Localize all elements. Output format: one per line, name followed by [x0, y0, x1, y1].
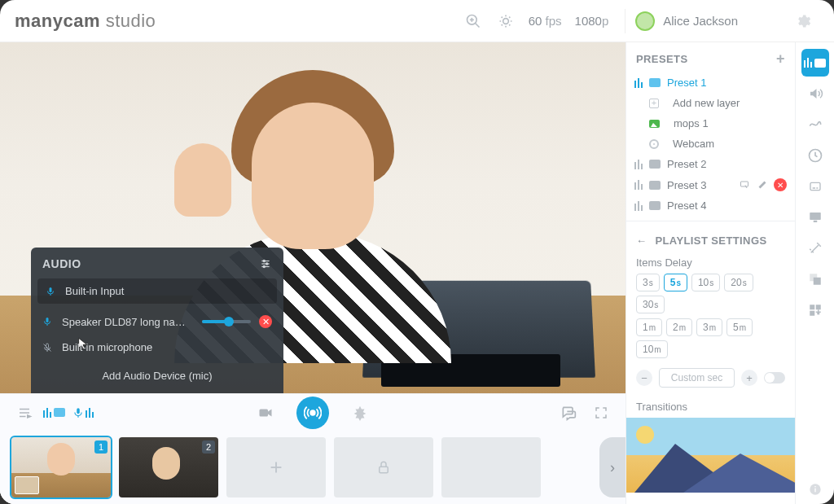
preset-label: Preset 1	[667, 77, 706, 89]
camera-toggle-icon[interactable]	[252, 400, 279, 426]
custom-delay-input[interactable]: Custom sec	[659, 368, 735, 388]
delay-chip[interactable]: 5s	[664, 274, 687, 291]
preset-screen-icon[interactable]	[738, 178, 751, 191]
rail-time-icon[interactable]	[801, 142, 829, 169]
broadcast-button[interactable]	[296, 397, 329, 429]
delay-chip[interactable]: 1m	[636, 318, 662, 336]
increase-button[interactable]: +	[741, 370, 757, 386]
delay-toggle[interactable]	[764, 372, 785, 383]
rail-effects-icon[interactable]	[801, 234, 829, 262]
svg-marker-21	[268, 409, 272, 416]
layer-label: Add new layer	[673, 97, 740, 109]
svg-rect-12	[46, 318, 49, 322]
main-area: AUDIO Built-in Input	[0, 42, 834, 504]
delay-chip[interactable]: 10s	[691, 274, 720, 291]
fps-indicator[interactable]: 60 fps	[529, 14, 562, 28]
thumbnail-locked[interactable]	[334, 437, 433, 497]
add-preset-button[interactable]: +	[776, 50, 785, 68]
audio-settings-icon[interactable]	[259, 258, 272, 270]
preset-layer-item[interactable]: mops 1	[626, 113, 795, 134]
rail-widgets-icon[interactable]	[801, 296, 829, 324]
user-name[interactable]: Alice Jackson	[663, 14, 738, 28]
brand-bold: manycam	[15, 11, 100, 31]
preset-label: Preset 3	[667, 179, 706, 191]
svg-rect-35	[810, 305, 814, 309]
thumbnail-source[interactable]: 2	[119, 437, 218, 497]
svg-point-22	[310, 410, 315, 415]
chat-icon[interactable]	[555, 400, 582, 426]
thumbnail-empty[interactable]	[441, 437, 541, 497]
playlist-icon[interactable]	[11, 400, 37, 426]
fps-unit: fps	[546, 14, 562, 28]
delay-chip[interactable]: 30s	[636, 296, 665, 313]
transition-preview[interactable]	[626, 418, 795, 493]
brightness-icon[interactable]	[494, 10, 517, 33]
thumbnail-index-badge: 1	[94, 440, 108, 454]
rail-info-icon[interactable]	[809, 483, 822, 496]
preset-item[interactable]: Preset 4	[626, 195, 795, 216]
rail-overlay-icon[interactable]	[801, 265, 829, 293]
preset-item[interactable]: Preset 3 ✕	[626, 174, 795, 195]
fps-value: 60	[529, 14, 542, 28]
delay-chip[interactable]: 5m	[726, 318, 753, 336]
rail-subtitle-icon[interactable]	[801, 173, 829, 200]
thumbnail-add[interactable]	[226, 437, 326, 497]
preset-item[interactable]: Preset 1	[626, 72, 795, 93]
svg-line-1	[475, 23, 479, 27]
thumbnails-next-button[interactable]: ›	[599, 437, 626, 497]
svg-rect-31	[810, 213, 821, 220]
back-arrow-icon[interactable]: ←	[636, 234, 647, 247]
playlist-settings-header[interactable]: ← PLAYLIST SETTINGS	[626, 226, 795, 250]
preset-delete-button[interactable]: ✕	[774, 178, 787, 191]
mic-levels-icon[interactable]	[70, 400, 96, 426]
audio-device-item[interactable]: Speaker DLD87 long name lorem... ✕	[31, 309, 283, 335]
delay-chip[interactable]: 3m	[696, 318, 722, 336]
audio-device-label: Built-in Input	[65, 285, 269, 297]
zoom-icon[interactable]	[462, 10, 485, 33]
rail-presets-icon[interactable]	[801, 49, 829, 77]
rail-audio-icon[interactable]	[801, 80, 829, 107]
svg-rect-34	[813, 278, 820, 285]
center-column: AUDIO Built-in Input	[0, 42, 626, 504]
audio-device-item[interactable]: Built-in Input	[37, 278, 277, 304]
svg-rect-36	[815, 305, 820, 309]
mic-muted-icon	[42, 342, 54, 353]
rail-display-icon[interactable]	[801, 204, 829, 231]
delay-chip[interactable]: 20s	[724, 274, 753, 291]
mic-icon	[46, 286, 57, 297]
audio-device-label: Speaker DLD87 long name lorem...	[62, 316, 194, 328]
thumbnail-source[interactable]: 1	[11, 437, 111, 497]
add-audio-device-button[interactable]: Add Audio Device (mic)	[31, 360, 283, 393]
delay-chip[interactable]: 10m	[636, 340, 668, 358]
fullscreen-icon[interactable]	[588, 400, 614, 426]
layout-levels-icon[interactable]	[41, 400, 67, 426]
brand-logo: manycam studio	[15, 11, 156, 32]
snapshot-icon[interactable]	[347, 400, 373, 426]
preset-edit-icon[interactable]	[756, 178, 769, 191]
playlist-settings-title: PLAYLIST SETTINGS	[655, 234, 766, 247]
preset-layer-add[interactable]: + Add new layer	[626, 93, 795, 113]
delay-chip[interactable]: 3s	[636, 274, 660, 291]
preset-item[interactable]: Preset 2	[626, 154, 795, 174]
user-avatar[interactable]	[635, 11, 655, 31]
audio-popup-header: AUDIO	[31, 248, 283, 278]
rail-draw-icon[interactable]	[801, 111, 829, 138]
audio-device-item[interactable]: Built-in microphone	[31, 335, 283, 360]
svg-marker-18	[28, 415, 31, 418]
audio-device-label: Built-in microphone	[62, 341, 272, 353]
volume-slider[interactable]	[202, 320, 251, 323]
delay-chip[interactable]: 2m	[666, 318, 692, 336]
svg-rect-37	[810, 311, 814, 316]
resolution-indicator[interactable]: 1080p	[575, 14, 609, 28]
svg-point-10	[263, 265, 265, 267]
thumbnail-index-badge: 2	[202, 440, 215, 454]
video-preview[interactable]: AUDIO Built-in Input	[0, 42, 626, 393]
preset-layer-item[interactable]: Webcam	[626, 134, 795, 154]
remove-device-button[interactable]: ✕	[259, 315, 272, 328]
svg-point-9	[266, 263, 268, 265]
delay-chips-row: 3s 5s 10s 20s 30s	[626, 274, 795, 318]
decrease-button[interactable]: −	[636, 370, 652, 386]
right-panel: PRESETS + Preset 1 + Add new layer mops …	[626, 42, 795, 504]
svg-rect-28	[810, 182, 820, 190]
settings-gear-icon[interactable]	[792, 10, 814, 33]
